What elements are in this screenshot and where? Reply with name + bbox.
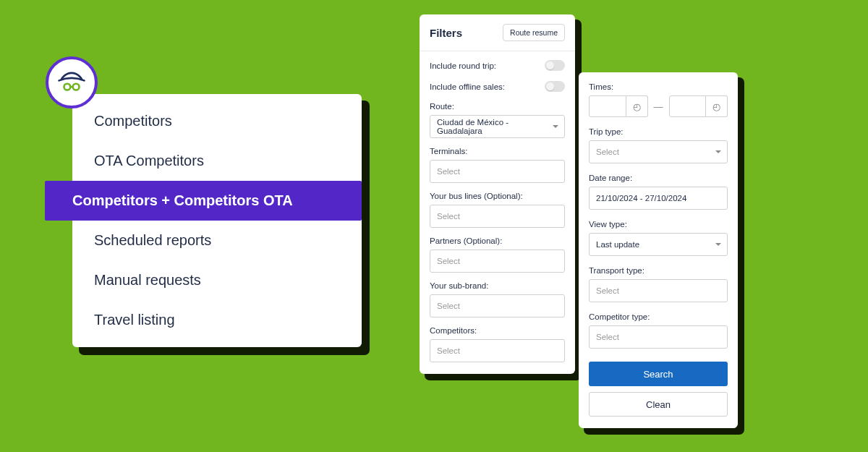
- competitor-type-placeholder: Select: [596, 333, 619, 341]
- terminals-select[interactable]: Select: [430, 160, 565, 183]
- partners-label: Partners (Optional):: [430, 236, 565, 245]
- clock-icon: ◴: [633, 101, 641, 112]
- bus-lines-select[interactable]: Select: [430, 205, 565, 228]
- svg-point-0: [64, 84, 71, 90]
- time-separator: —: [652, 101, 665, 112]
- terminals-label: Terminals:: [430, 147, 565, 155]
- sidebar-item-scheduled-reports[interactable]: Scheduled reports: [72, 221, 362, 260]
- competitor-type-select[interactable]: Select: [589, 325, 728, 349]
- route-resume-button[interactable]: Route resume: [503, 24, 565, 41]
- clean-button[interactable]: Clean: [589, 392, 728, 417]
- time-from-clock-button[interactable]: ◴: [626, 95, 648, 117]
- route-value: Ciudad de México - Guadalajara: [437, 118, 544, 135]
- route-select[interactable]: Ciudad de México - Guadalajara: [430, 115, 565, 138]
- partners-select[interactable]: Select: [430, 250, 565, 273]
- sidebar-item-competitors-plus-ota[interactable]: Competitors + Competitors OTA: [45, 181, 362, 221]
- filters-body: Include round trip: Include offline sale…: [420, 51, 575, 374]
- action-buttons: Search Clean: [589, 362, 728, 417]
- bus-lines-placeholder: Select: [437, 212, 460, 221]
- svg-point-1: [73, 84, 80, 90]
- search-button[interactable]: Search: [589, 362, 728, 386]
- include-round-trip-label: Include round trip:: [430, 61, 496, 70]
- terminals-placeholder: Select: [437, 167, 460, 176]
- competitors-label: Competitors:: [430, 326, 565, 335]
- sidebar-item-manual-requests[interactable]: Manual requests: [72, 260, 362, 300]
- times-label: Times:: [589, 82, 728, 91]
- filters-panel: Filters Route resume Include round trip:…: [420, 14, 575, 374]
- time-to-input[interactable]: [669, 95, 707, 117]
- time-from-group: ◴: [589, 95, 648, 117]
- sidebar-item-ota-competitors[interactable]: OTA Competitors: [72, 141, 362, 181]
- trip-type-label: Trip type:: [589, 127, 728, 136]
- transport-type-label: Transport type:: [589, 266, 728, 275]
- hat-glasses-icon: [56, 67, 87, 98]
- transport-type-select[interactable]: Select: [589, 279, 728, 302]
- trip-type-placeholder: Select: [596, 148, 619, 156]
- filters-header: Filters Route resume: [420, 14, 575, 51]
- sidebar-item-competitors[interactable]: Competitors: [72, 101, 362, 141]
- filters-title: Filters: [430, 27, 462, 39]
- sidebar-menu: Competitors OTA Competitors Competitors …: [72, 94, 362, 347]
- partners-placeholder: Select: [437, 257, 460, 265]
- competitor-type-label: Competitor type:: [589, 312, 728, 321]
- date-range-label: Date range:: [589, 174, 728, 182]
- include-round-trip-toggle[interactable]: [545, 60, 565, 71]
- transport-type-placeholder: Select: [596, 286, 619, 295]
- competitors-placeholder: Select: [437, 346, 460, 355]
- sub-brand-placeholder: Select: [437, 302, 460, 310]
- chevron-down-icon: [715, 150, 721, 153]
- chevron-down-icon: [553, 125, 558, 128]
- view-type-label: View type:: [589, 220, 728, 229]
- time-to-clock-button[interactable]: ◴: [706, 95, 728, 117]
- include-round-trip-row: Include round trip:: [430, 60, 565, 71]
- sub-brand-select[interactable]: Select: [430, 294, 565, 317]
- brand-logo: [46, 56, 98, 108]
- competitors-select[interactable]: Select: [430, 339, 565, 362]
- trip-type-select[interactable]: Select: [589, 140, 728, 163]
- time-to-group: ◴: [669, 95, 728, 117]
- times-row: ◴ — ◴: [589, 95, 728, 117]
- sub-brand-label: Your sub-brand:: [430, 281, 565, 290]
- right-filters-panel: Times: ◴ — ◴ Trip type: Select Date rang…: [579, 72, 738, 428]
- date-range-value: 21/10/2024 - 27/10/2024: [596, 194, 686, 202]
- include-offline-sales-row: Include offline sales:: [430, 81, 565, 92]
- clock-icon: ◴: [712, 101, 720, 112]
- route-label: Route:: [430, 102, 565, 111]
- include-offline-sales-label: Include offline sales:: [430, 82, 505, 91]
- time-from-input[interactable]: [589, 95, 626, 117]
- chevron-down-icon: [715, 243, 721, 246]
- sidebar-item-travel-listing[interactable]: Travel listing: [72, 300, 362, 340]
- date-range-input[interactable]: 21/10/2024 - 27/10/2024: [589, 187, 728, 210]
- view-type-select[interactable]: Last update: [589, 233, 728, 256]
- view-type-value: Last update: [596, 240, 639, 249]
- include-offline-sales-toggle[interactable]: [545, 81, 565, 92]
- bus-lines-label: Your bus lines (Optional):: [430, 192, 565, 200]
